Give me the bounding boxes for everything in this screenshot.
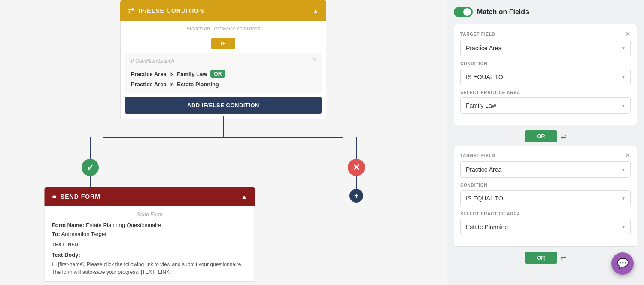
form-name-label: Form Name: bbox=[52, 222, 85, 228]
condition-text-2: Practice Area is Estate Planning bbox=[131, 81, 219, 88]
if-else-header-left: ⇄ IF/ELSE CONDITION bbox=[128, 6, 204, 15]
select-area-select-1[interactable]: Family Law bbox=[460, 97, 631, 114]
condition-label-2: CONDITION bbox=[460, 183, 631, 188]
text-body-label: Text Body: bbox=[52, 252, 80, 258]
target-field-select-wrapper-2[interactable]: Practice Area bbox=[460, 161, 631, 178]
to-label: To: bbox=[52, 231, 60, 237]
send-form-title: SEND FORM bbox=[61, 193, 100, 200]
if-condition-branch-label: If Condition branch bbox=[131, 58, 316, 64]
send-form-chevron-icon: ▲ bbox=[241, 193, 247, 200]
tree-branch-line-right bbox=[356, 137, 357, 159]
chat-icon: 💬 bbox=[617, 258, 629, 269]
condition-text-1: Practice Area is Family Law bbox=[131, 71, 207, 77]
match-on-fields-header: Match on Fields bbox=[454, 7, 637, 17]
send-form-body: Send Form Form Name: Estate Planning Que… bbox=[45, 206, 255, 282]
select-area-select-2[interactable]: Estate Planning bbox=[460, 219, 631, 235]
close-section-2-button[interactable]: ✕ bbox=[625, 152, 631, 159]
if-else-body: Branch on True/False conditions IF ✎ If … bbox=[120, 21, 326, 119]
target-field-label-2: TARGET FIELD ✕ bbox=[460, 152, 631, 159]
send-form-header-left: ≡ SEND FORM bbox=[52, 193, 100, 200]
condition-label-1: CONDITION bbox=[460, 61, 631, 66]
close-section-1-button[interactable]: ✕ bbox=[625, 30, 631, 37]
tree-h-line bbox=[103, 137, 343, 138]
if-else-header: ⇄ IF/ELSE CONDITION ▲ bbox=[120, 0, 326, 21]
text-info-label: TEXT INFO bbox=[52, 242, 248, 249]
or-divider-2: OR ⇄ bbox=[454, 252, 637, 264]
condition-select-wrapper-2[interactable]: IS EQUAL TO bbox=[460, 190, 631, 206]
branch-label: Branch on True/False conditions bbox=[121, 21, 326, 36]
condition-section-2: TARGET FIELD ✕ Practice Area CONDITION I… bbox=[454, 146, 637, 247]
chat-button[interactable]: 💬 bbox=[611, 252, 634, 275]
condition-select-1[interactable]: IS EQUAL TO bbox=[460, 69, 631, 85]
select-area-wrapper-1[interactable]: Family Law bbox=[460, 97, 631, 114]
send-form-icon: ≡ bbox=[52, 193, 56, 200]
check-circle-button[interactable]: ✓ bbox=[82, 159, 99, 176]
match-fields-toggle[interactable] bbox=[454, 7, 473, 17]
add-if-else-button[interactable]: ADD IF/ELSE CONDITION bbox=[125, 97, 322, 114]
condition-row: ✎ If Condition branch Practice Area is F… bbox=[125, 53, 322, 93]
tree-vertical-line-top bbox=[223, 116, 224, 137]
if-button[interactable]: IF bbox=[211, 38, 235, 49]
tree-branch-line-left bbox=[90, 137, 91, 159]
or-button-2[interactable]: OR bbox=[525, 252, 557, 264]
x-circle-button[interactable]: ✕ bbox=[348, 159, 365, 176]
condition-select-2[interactable]: IS EQUAL TO bbox=[460, 190, 631, 206]
or-badge: OR bbox=[210, 70, 225, 78]
or-divider-1: OR ⇄ bbox=[454, 130, 637, 142]
if-else-block: ⇄ IF/ELSE CONDITION ▲ Branch on True/Fal… bbox=[120, 0, 326, 119]
edit-icon[interactable]: ✎ bbox=[312, 56, 317, 63]
select-area-wrapper-2[interactable]: Estate Planning bbox=[460, 219, 631, 235]
add-branch-right-button[interactable]: + bbox=[349, 189, 363, 203]
tree-branch-line-right-2 bbox=[356, 176, 357, 189]
if-else-icon: ⇄ bbox=[128, 6, 134, 15]
form-name-value: Estate Planning Questionnaire bbox=[86, 222, 161, 228]
target-field-label-1: TARGET FIELD ✕ bbox=[460, 30, 631, 37]
condition-section-1: TARGET FIELD ✕ Practice Area CONDITION I… bbox=[454, 24, 637, 125]
if-else-title: IF/ELSE CONDITION bbox=[139, 7, 204, 14]
send-form-header: ≡ SEND FORM ▲ bbox=[45, 187, 255, 206]
text-body-row: Text Body: bbox=[52, 252, 248, 258]
right-panel: Match on Fields TARGET FIELD ✕ Practice … bbox=[447, 0, 644, 285]
match-on-fields-title: Match on Fields bbox=[477, 8, 529, 16]
refresh-icon-1[interactable]: ⇄ bbox=[561, 132, 566, 140]
send-form-block: ≡ SEND FORM ▲ Send Form Form Name: Estat… bbox=[45, 187, 255, 282]
target-field-select-1[interactable]: Practice Area bbox=[460, 40, 631, 56]
canvas-area: ⇄ IF/ELSE CONDITION ▲ Branch on True/Fal… bbox=[0, 0, 447, 285]
select-area-label-2: SELECT PRACTICE AREA bbox=[460, 212, 631, 216]
or-button-1[interactable]: OR bbox=[525, 130, 557, 142]
to-row: To: Automation Target bbox=[52, 231, 248, 237]
form-name-row: Form Name: Estate Planning Questionnaire bbox=[52, 222, 248, 228]
condition-select-wrapper-1[interactable]: IS EQUAL TO bbox=[460, 69, 631, 85]
chevron-up-icon: ▲ bbox=[313, 7, 319, 14]
refresh-icon-2[interactable]: ⇄ bbox=[561, 254, 566, 262]
target-field-select-2[interactable]: Practice Area bbox=[460, 161, 631, 178]
target-field-select-wrapper-1[interactable]: Practice Area bbox=[460, 40, 631, 56]
send-form-subtitle: Send Form bbox=[52, 212, 248, 218]
text-body-value: Hi [first-name], Please click the follow… bbox=[52, 261, 248, 276]
tree-branch-right: ✕ + bbox=[348, 137, 365, 203]
select-area-label-1: SELECT PRACTICE AREA bbox=[460, 90, 631, 95]
to-value: Automation Target bbox=[61, 231, 106, 237]
